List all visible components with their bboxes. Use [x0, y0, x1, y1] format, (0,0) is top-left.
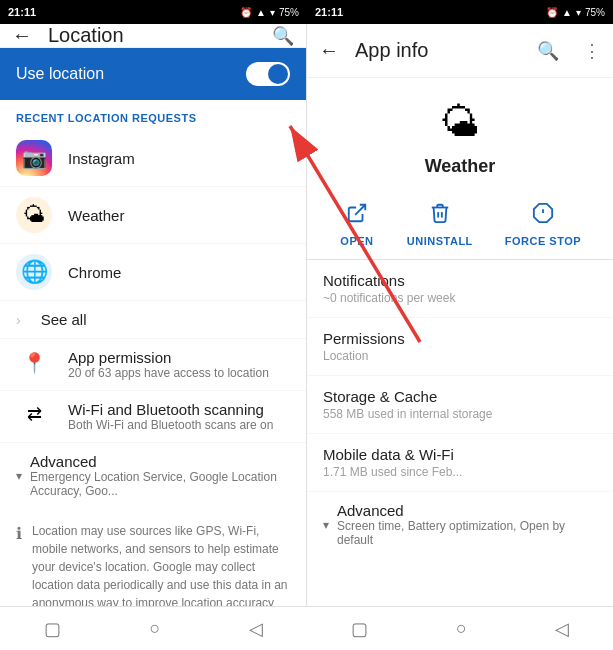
- mobile-data-row[interactable]: Mobile data & Wi-Fi 1.71 MB used since F…: [307, 434, 613, 492]
- app-icon-weather: 🌤: [432, 94, 488, 150]
- weather-label: Weather: [68, 207, 124, 224]
- app-name: Weather: [425, 156, 496, 177]
- left-alarm-icon: ⏰: [240, 7, 252, 18]
- advanced-sub-left: Emergency Location Service, Google Locat…: [30, 470, 290, 498]
- app-permission-label: App permission: [68, 349, 269, 366]
- back-arrow-icon[interactable]: ←: [12, 24, 32, 47]
- notifications-title: Notifications: [323, 272, 597, 289]
- uninstall-icon: [422, 195, 458, 231]
- location-title: Location: [48, 24, 256, 47]
- right-nav-triangle[interactable]: ◁: [555, 618, 569, 640]
- app-info-back-icon[interactable]: ←: [319, 39, 339, 62]
- wifi-bluetooth-row[interactable]: ⇄ Wi-Fi and Bluetooth scanning Both Wi-F…: [0, 391, 306, 443]
- force-stop-label: FORCE STOP: [505, 235, 581, 247]
- weather-icon: 🌤: [16, 197, 52, 233]
- open-label: OPEN: [340, 235, 373, 247]
- app-info-topbar: ← App info 🔍 ⋮: [307, 24, 613, 78]
- svg-line-0: [355, 205, 365, 215]
- list-item-chrome[interactable]: 🌐 Chrome: [0, 244, 306, 301]
- wifi-bluetooth-sub: Both Wi-Fi and Bluetooth scans are on: [68, 418, 273, 432]
- advanced-label-left: Advanced: [30, 453, 290, 470]
- mobile-data-sub: 1.71 MB used since Feb...: [323, 465, 597, 479]
- left-time: 21:11: [8, 6, 36, 18]
- left-battery: 75%: [279, 7, 299, 18]
- use-location-label: Use location: [16, 65, 104, 83]
- search-icon[interactable]: 🔍: [272, 25, 294, 47]
- list-item-instagram[interactable]: 📷 Instagram: [0, 130, 306, 187]
- left-nav-triangle[interactable]: ◁: [249, 618, 263, 640]
- uninstall-label: UNINSTALL: [407, 235, 473, 247]
- dual-nav: ▢ ○ ◁ ▢ ○ ◁: [0, 606, 613, 650]
- see-all-chevron: ›: [16, 312, 21, 328]
- app-permission-sub: 20 of 63 apps have access to location: [68, 366, 269, 380]
- toggle-knob: [268, 64, 288, 84]
- app-header: 🌤 Weather: [307, 78, 613, 187]
- notifications-sub: ~0 notifications per week: [323, 291, 597, 305]
- info-text-row: ℹ Location may use sources like GPS, Wi-…: [0, 512, 306, 606]
- advanced-right-chevron-icon: ▾: [323, 518, 329, 532]
- open-icon: [339, 195, 375, 231]
- info-text: Location may use sources like GPS, Wi-Fi…: [32, 522, 290, 606]
- location-topbar: ← Location 🔍: [0, 24, 306, 48]
- force-stop-button[interactable]: FORCE STOP: [505, 195, 581, 247]
- see-all-row[interactable]: › See all: [0, 301, 306, 339]
- instagram-icon: 📷: [16, 140, 52, 176]
- open-button[interactable]: OPEN: [339, 195, 375, 247]
- app-info-title: App info: [355, 39, 521, 62]
- storage-title: Storage & Cache: [323, 388, 597, 405]
- advanced-label-right: Advanced: [337, 502, 597, 519]
- force-stop-icon: [525, 195, 561, 231]
- right-time: 21:11: [315, 6, 343, 18]
- app-permission-icon: 📍: [16, 349, 52, 375]
- right-nav: ▢ ○ ◁: [307, 606, 613, 650]
- right-battery: 75%: [585, 7, 605, 18]
- wifi-bluetooth-label: Wi-Fi and Bluetooth scanning: [68, 401, 273, 418]
- see-all-label: See all: [41, 311, 87, 328]
- storage-sub: 558 MB used in internal storage: [323, 407, 597, 421]
- notifications-row[interactable]: Notifications ~0 notifications per week: [307, 260, 613, 318]
- mobile-data-title: Mobile data & Wi-Fi: [323, 446, 597, 463]
- right-nav-square[interactable]: ▢: [351, 618, 368, 640]
- app-info-panel: ← App info 🔍 ⋮ 🌤 Weather OPEN: [307, 24, 613, 606]
- info-icon: ℹ: [16, 522, 22, 606]
- app-info-more-icon[interactable]: ⋮: [583, 40, 601, 62]
- action-buttons-row: OPEN UNINSTALL: [307, 187, 613, 260]
- advanced-chevron-icon: ▾: [16, 469, 22, 483]
- recent-requests-header: RECENT LOCATION REQUESTS: [0, 100, 306, 130]
- left-signal-icon: ▲: [256, 7, 266, 18]
- permissions-row[interactable]: Permissions Location: [307, 318, 613, 376]
- advanced-sub-right: Screen time, Battery optimization, Open …: [337, 519, 597, 547]
- left-nav-circle[interactable]: ○: [150, 618, 161, 639]
- uninstall-button[interactable]: UNINSTALL: [407, 195, 473, 247]
- chrome-icon: 🌐: [16, 254, 52, 290]
- permissions-title: Permissions: [323, 330, 597, 347]
- list-item-weather[interactable]: 🌤 Weather: [0, 187, 306, 244]
- right-alarm-icon: ⏰: [546, 7, 558, 18]
- location-panel: ← Location 🔍 Use location RECENT LOCATIO…: [0, 24, 307, 606]
- use-location-row[interactable]: Use location: [0, 48, 306, 100]
- storage-row[interactable]: Storage & Cache 558 MB used in internal …: [307, 376, 613, 434]
- app-info-search-icon[interactable]: 🔍: [537, 40, 559, 62]
- use-location-toggle[interactable]: [246, 62, 290, 86]
- chrome-label: Chrome: [68, 264, 121, 281]
- right-wifi-icon: ▾: [576, 7, 581, 18]
- right-nav-circle[interactable]: ○: [456, 618, 467, 639]
- app-permission-row[interactable]: 📍 App permission 20 of 63 apps have acce…: [0, 339, 306, 391]
- left-wifi-icon: ▾: [270, 7, 275, 18]
- wifi-bluetooth-icon: ⇄: [16, 401, 52, 425]
- permissions-sub: Location: [323, 349, 597, 363]
- left-nav: ▢ ○ ◁: [0, 606, 307, 650]
- advanced-section-left[interactable]: ▾ Advanced Emergency Location Service, G…: [0, 443, 306, 508]
- advanced-section-right[interactable]: ▾ Advanced Screen time, Battery optimiza…: [307, 492, 613, 557]
- right-signal-icon: ▲: [562, 7, 572, 18]
- instagram-label: Instagram: [68, 150, 135, 167]
- left-nav-square[interactable]: ▢: [44, 618, 61, 640]
